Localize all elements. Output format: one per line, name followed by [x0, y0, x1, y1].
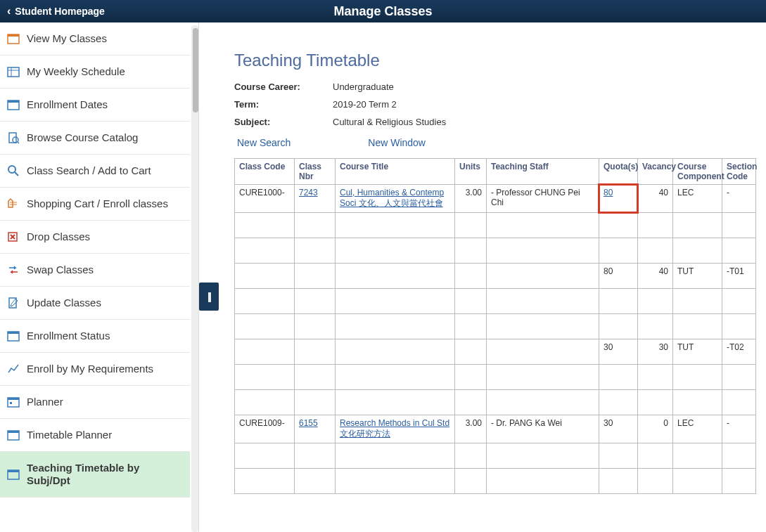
table-cell[interactable]: 6155 [295, 415, 336, 443]
new-window-link[interactable]: New Window [368, 137, 426, 148]
table-cell: - Dr. PANG Ka Wei [487, 415, 599, 443]
sidebar-item-enroll-by-my-requirements[interactable]: Enroll by My Requirements [0, 353, 190, 386]
sidebar-item-label: Class Search / Add to Cart [27, 164, 151, 177]
table-cell: 3.00 [455, 185, 487, 213]
table-cell [487, 339, 599, 365]
table-cell [487, 390, 599, 415]
table-cell [295, 238, 336, 264]
back-button[interactable]: ‹ Student Homepage [7, 5, 105, 18]
table-cell [638, 213, 673, 238]
svg-rect-21 [8, 398, 19, 400]
status-icon [7, 330, 20, 342]
table-cell [487, 365, 599, 390]
table-cell [722, 213, 756, 238]
table-cell [722, 289, 756, 314]
svg-rect-26 [8, 470, 19, 472]
table-row: 8040TUT-T01 [235, 264, 756, 289]
table-cell [295, 443, 336, 469]
sidebar-item-my-weekly-schedule[interactable]: My Weekly Schedule [0, 56, 190, 89]
scrollbar-thumb[interactable] [193, 28, 198, 112]
sidebar-item-drop-classes[interactable]: Drop Classes [0, 221, 190, 254]
sidebar-item-label: Timetable Planner [27, 429, 112, 441]
table-cell: 0 [638, 415, 673, 443]
table-cell [455, 238, 487, 264]
sidebar-item-timetable-planner[interactable]: Timetable Planner [0, 419, 190, 452]
calendar-icon [7, 32, 20, 45]
cell-link[interactable]: Research Methods in Cul Std 文化研究方法 [340, 418, 449, 439]
table-cell [295, 469, 336, 494]
table-cell [722, 469, 756, 494]
cell-link[interactable]: 7243 [299, 188, 318, 197]
table-cell [336, 469, 455, 494]
table-cell [235, 469, 295, 494]
sidebar-item-enrollment-dates[interactable]: Enrollment Dates [0, 89, 190, 122]
table-cell [673, 365, 722, 390]
chevron-left-icon: ‹ [7, 5, 11, 18]
table-cell[interactable]: 7243 [295, 185, 336, 213]
sidebar-item-label: Teaching Timetable by Subj/Dpt [27, 462, 183, 487]
table-cell [599, 469, 638, 494]
planner-icon [7, 396, 20, 408]
table-cell [638, 365, 673, 390]
cell-link[interactable]: Cul, Humanities & Contemp Soci 文化、人文與當代社… [340, 188, 444, 208]
table-cell: 40 [638, 185, 673, 213]
sidebar-item-view-my-classes[interactable]: View My Classes [0, 22, 190, 56]
col-header: Course Title [336, 159, 455, 185]
new-search-link[interactable]: New Search [237, 137, 291, 148]
table-cell [295, 289, 336, 314]
table-cell [336, 365, 455, 390]
table-cell: 30 [638, 339, 673, 365]
sidebar-item-class-search-add-to-cart[interactable]: Class Search / Add to Cart [0, 155, 190, 188]
table-cell [455, 289, 487, 314]
svg-rect-2 [8, 67, 19, 77]
sidebar-item-swap-classes[interactable]: Swap Classes [0, 254, 190, 287]
table-cell [673, 314, 722, 339]
scrollbar-track[interactable] [191, 25, 198, 532]
table-row: CURE1009-6155Research Methods in Cul Std… [235, 415, 756, 443]
table-cell: - [722, 185, 756, 213]
table-cell [487, 213, 599, 238]
chart-icon [7, 363, 20, 375]
table-cell [599, 314, 638, 339]
cell-link[interactable]: 80 [604, 188, 613, 197]
sidebar-item-planner[interactable]: Planner [0, 386, 190, 419]
table-cell [487, 314, 599, 339]
table-cell [235, 264, 295, 289]
table-cell [599, 238, 638, 264]
table-cell[interactable]: Cul, Humanities & Contemp Soci 文化、人文與當代社… [336, 185, 455, 213]
table-row [235, 238, 756, 264]
sidebar-item-update-classes[interactable]: Update Classes [0, 287, 190, 320]
table-cell: 30 [599, 339, 638, 365]
table-cell [455, 264, 487, 289]
svg-line-9 [18, 142, 19, 143]
sidebar-item-label: Enrollment Dates [27, 98, 108, 111]
table-cell [295, 264, 336, 289]
sidebar-item-enrollment-status[interactable]: Enrollment Status [0, 320, 190, 353]
swap-icon [7, 264, 20, 276]
col-header: Units [455, 159, 487, 185]
term-label: Term: [234, 99, 333, 110]
table-cell: TUT [673, 339, 722, 365]
svg-rect-19 [8, 332, 19, 334]
table-row [235, 289, 756, 314]
sidebar-item-teaching-timetable-by-subj-dpt[interactable]: Teaching Timetable by Subj/Dpt [0, 452, 190, 498]
table-cell [455, 469, 487, 494]
col-header: Quota(s) [599, 159, 638, 185]
cell-link[interactable]: 6155 [299, 418, 318, 428]
table-cell [455, 213, 487, 238]
table-cell [455, 365, 487, 390]
sidebar-item-label: Enroll by My Requirements [27, 363, 153, 375]
sidebar-item-browse-course-catalog[interactable]: Browse Course Catalog [0, 122, 190, 155]
table-cell [638, 390, 673, 415]
table-cell: LEC [673, 185, 722, 213]
sidebar-item-shopping-cart-enroll-classes[interactable]: Shopping Cart / Enroll classes [0, 188, 190, 221]
table-cell[interactable]: Research Methods in Cul Std 文化研究方法 [336, 415, 455, 443]
col-header: Teaching Staff [487, 159, 599, 185]
table-cell [336, 264, 455, 289]
table-cell[interactable]: 80 [599, 185, 638, 213]
table-cell: - Professor CHUNG Pei Chi [487, 185, 599, 213]
collapse-sidebar-button[interactable]: || [199, 283, 219, 311]
table-cell [295, 339, 336, 365]
svg-line-11 [15, 172, 18, 176]
table-cell [638, 443, 673, 469]
